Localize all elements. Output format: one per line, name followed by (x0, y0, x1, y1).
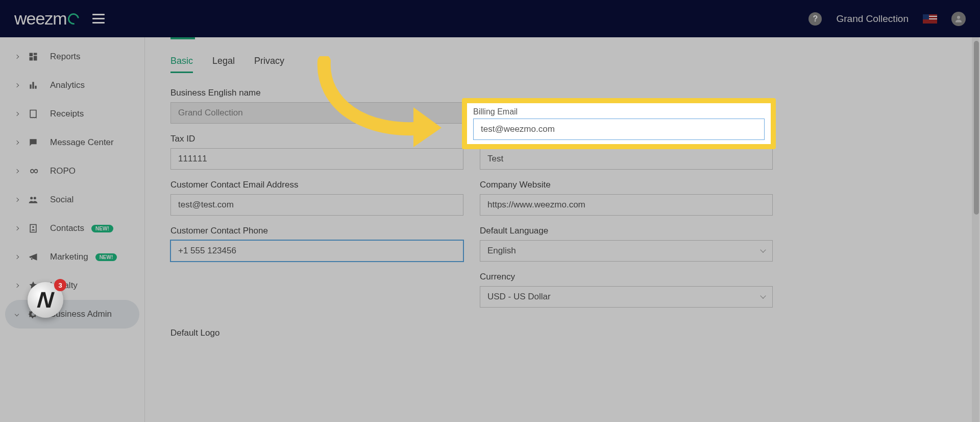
brand-logo[interactable]: weezm (14, 9, 79, 29)
field-billing-email-placeholder (480, 88, 773, 124)
svg-rect-2 (34, 53, 37, 55)
default-language-value: English (487, 246, 516, 256)
tax-id-label: Tax ID (170, 134, 463, 144)
help-icon[interactable]: ? (808, 12, 822, 26)
billing-address-input[interactable] (480, 148, 773, 170)
social-icon (28, 194, 39, 205)
new-badge: NEW! (91, 225, 113, 232)
svg-point-8 (30, 197, 33, 199)
chevron-right-icon (15, 226, 19, 230)
chevron-right-icon (15, 112, 19, 116)
currency-value: USD - US Dollar (487, 292, 551, 302)
account-name[interactable]: Grand Collection (836, 13, 909, 25)
new-badge: NEW! (95, 253, 117, 261)
sidebar-item-label: Receipts (50, 109, 84, 119)
contacts-icon (28, 223, 39, 234)
sidebar-item-label: Message Center (50, 137, 114, 148)
svg-rect-3 (34, 56, 37, 60)
sidebar-item-label: Marketing (50, 252, 88, 262)
sidebar-item-label: Contacts (50, 223, 84, 233)
tabs: Basic Legal Privacy (170, 56, 954, 74)
contact-email-label: Customer Contact Email Address (170, 180, 463, 190)
svg-rect-4 (30, 57, 33, 61)
chevron-down-icon (15, 312, 19, 316)
sidebar-item-analytics[interactable]: Analytics (0, 71, 144, 100)
infinity-icon (28, 166, 39, 177)
tab-basic[interactable]: Basic (170, 56, 193, 73)
sidebar: Reports Analytics Receipts Message Cente… (0, 37, 145, 422)
sidebar-item-label: ROPO (50, 166, 76, 176)
locale-flag-icon[interactable] (923, 14, 937, 24)
field-default-language: Default Language English (480, 226, 773, 262)
tab-legal[interactable]: Legal (212, 56, 235, 73)
floating-badge-letter: N (36, 287, 55, 313)
brand-logo-o-icon (65, 11, 81, 27)
field-business-name: Business English name (170, 88, 463, 124)
svg-point-11 (32, 226, 34, 228)
currency-select[interactable]: USD - US Dollar (480, 286, 773, 308)
default-logo-label: Default Logo (170, 328, 773, 338)
top-tab-indicator (170, 37, 195, 39)
brand-text: weezm (14, 9, 67, 29)
svg-rect-1 (30, 53, 33, 57)
svg-rect-7 (35, 86, 36, 89)
chevron-right-icon (15, 284, 19, 288)
chevron-down-icon (760, 247, 766, 252)
chevron-down-icon (760, 293, 766, 298)
svg-rect-5 (30, 84, 31, 88)
tab-privacy[interactable]: Privacy (254, 56, 284, 73)
chevron-right-icon (15, 140, 19, 145)
user-avatar-icon[interactable] (951, 12, 966, 26)
field-tax-id: Tax ID (170, 134, 463, 170)
tax-id-input[interactable] (170, 148, 463, 170)
field-contact-email: Customer Contact Email Address (170, 180, 463, 216)
business-name-label: Business English name (170, 88, 463, 98)
field-currency: Currency USD - US Dollar (480, 272, 773, 308)
sidebar-item-message-center[interactable]: Message Center (0, 128, 144, 157)
default-language-label: Default Language (480, 226, 773, 236)
chevron-right-icon (15, 83, 19, 87)
field-contact-phone: Customer Contact Phone (170, 226, 463, 262)
chevron-right-icon (15, 55, 19, 59)
company-website-label: Company Website (480, 180, 773, 190)
svg-rect-10 (30, 225, 36, 232)
svg-point-0 (957, 16, 960, 19)
field-company-website: Company Website (480, 180, 773, 216)
contact-email-input[interactable] (170, 194, 463, 216)
scrollbar-thumb[interactable] (974, 41, 979, 215)
sidebar-item-ropo[interactable]: ROPO (0, 157, 144, 185)
marketing-icon (28, 251, 39, 263)
analytics-icon (28, 80, 39, 91)
dashboard-icon (28, 51, 39, 62)
contact-phone-input[interactable] (170, 240, 463, 262)
sidebar-item-contacts[interactable]: Contacts NEW! (0, 214, 144, 243)
svg-point-9 (34, 197, 36, 199)
sidebar-item-label: Reports (50, 52, 81, 62)
chevron-right-icon (15, 169, 19, 173)
sidebar-item-receipts[interactable]: Receipts (0, 100, 144, 128)
chevron-right-icon (15, 198, 19, 202)
top-bar: weezm ? Grand Collection (0, 0, 980, 37)
field-billing-address: Billing Address (480, 134, 773, 170)
sidebar-item-label: Social (50, 195, 74, 205)
sidebar-item-marketing[interactable]: Marketing NEW! (0, 243, 144, 271)
sidebar-item-social[interactable]: Social (0, 185, 144, 214)
contact-phone-label: Customer Contact Phone (170, 226, 463, 236)
svg-rect-6 (32, 82, 34, 88)
floating-notification-badge[interactable]: N 3 (28, 282, 63, 318)
sidebar-item-loyalty[interactable]: Loyalty (0, 271, 144, 300)
business-name-input[interactable] (170, 102, 463, 124)
menu-toggle-button[interactable] (92, 14, 105, 24)
main-content: Basic Legal Privacy Business English nam… (145, 37, 980, 422)
sidebar-item-reports[interactable]: Reports (0, 42, 144, 71)
chevron-right-icon (15, 255, 19, 259)
company-website-input[interactable] (480, 194, 773, 216)
floating-badge-count: 3 (54, 279, 66, 291)
sidebar-item-label: Analytics (50, 80, 85, 90)
billing-address-label: Billing Address (480, 134, 773, 144)
sidebar-item-business-admin[interactable]: Business Admin (5, 300, 139, 329)
message-icon (28, 137, 39, 148)
currency-label: Currency (480, 272, 773, 282)
receipt-icon (28, 108, 39, 120)
default-language-select[interactable]: English (480, 240, 773, 262)
